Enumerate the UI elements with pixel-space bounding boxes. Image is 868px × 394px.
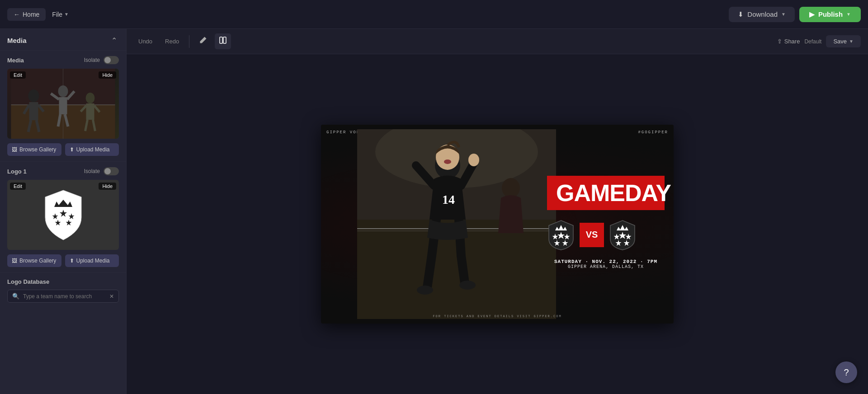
design-athlete-area: 14 bbox=[357, 129, 556, 319]
top-bar-left: ← Home File ▼ bbox=[7, 8, 725, 21]
help-icon: ? bbox=[844, 367, 849, 378]
canvas-content: GIPPER VOLLEYBALL #GOGIPPER bbox=[127, 54, 868, 394]
upload-icon-2: ⬆ bbox=[70, 258, 74, 264]
redo-button[interactable]: Redo bbox=[160, 36, 184, 47]
help-button[interactable]: ? bbox=[835, 361, 857, 383]
gameday-text: GAMEDAY bbox=[556, 181, 656, 205]
svg-point-39 bbox=[468, 154, 479, 166]
media-upload-label: Upload Media bbox=[76, 146, 110, 153]
svg-point-41 bbox=[444, 159, 451, 164]
top-bar-right: ⬇ Download ▼ ▶ Publish ▼ bbox=[729, 7, 861, 22]
chevron-down-icon-dl: ▼ bbox=[781, 12, 786, 17]
sidebar-title: Media bbox=[7, 37, 27, 44]
volleyball-image-svg bbox=[7, 69, 119, 139]
draw-tool-button[interactable] bbox=[195, 33, 211, 49]
file-label: File bbox=[52, 11, 62, 18]
logo-database-section: Logo Database 🔍 ✕ bbox=[0, 273, 126, 308]
media-browse-label: Browse Gallery bbox=[19, 146, 56, 153]
logo1-section-header: Logo 1 Isolate bbox=[7, 167, 119, 175]
logo1-section-label: Logo 1 bbox=[7, 168, 27, 175]
svg-point-4 bbox=[28, 89, 39, 102]
logo1-preview: Edit Hide bbox=[7, 180, 119, 250]
logo1-section: Logo 1 Isolate bbox=[0, 162, 126, 273]
search-clear-button[interactable]: ✕ bbox=[109, 293, 114, 300]
publish-label: Publish bbox=[818, 10, 843, 18]
svg-point-42 bbox=[417, 286, 433, 295]
logo1-hide-badge[interactable]: Hide bbox=[99, 183, 116, 190]
media-hide-badge[interactable]: Hide bbox=[99, 71, 116, 79]
svg-point-10 bbox=[58, 85, 68, 97]
svg-point-43 bbox=[459, 281, 476, 290]
canvas-toolbar: Undo Redo ⇧ Share bbox=[127, 29, 868, 54]
top-bar: ← Home File ▼ ⬇ Download ▼ ▶ Publish ▼ bbox=[0, 0, 868, 29]
logo1-browse-label: Browse Gallery bbox=[19, 258, 56, 264]
undo-label: Undo bbox=[138, 38, 152, 45]
search-icon: 🔍 bbox=[12, 293, 19, 300]
logo-shield-svg bbox=[36, 188, 90, 242]
vs-box: VS bbox=[580, 223, 604, 247]
media-browse-gallery-button[interactable]: 🖼 Browse Gallery bbox=[7, 143, 61, 156]
media-edit-badge[interactable]: Edit bbox=[10, 71, 26, 79]
logo1-upload-button[interactable]: ⬆ Upload Media bbox=[65, 254, 119, 267]
main-layout: Media ⌃ Media Isolate bbox=[0, 29, 868, 394]
home-icon: ← bbox=[14, 11, 20, 18]
media-isolate-toggle[interactable] bbox=[104, 56, 119, 64]
sidebar: Media ⌃ Media Isolate bbox=[0, 29, 127, 394]
event-location-text: GIPPER ARENA, DALLAS, TX bbox=[547, 264, 665, 269]
logo-search-box: 🔍 ✕ bbox=[7, 290, 119, 303]
media-image-placeholder bbox=[7, 69, 119, 139]
svg-rect-27 bbox=[220, 37, 222, 43]
media-btn-row: 🖼 Browse Gallery ⬆ Upload Media bbox=[7, 143, 119, 156]
media-isolate-label: Isolate bbox=[84, 57, 100, 63]
media-section-header: Media Isolate bbox=[7, 56, 119, 64]
download-icon: ⬇ bbox=[738, 10, 744, 19]
select-icon bbox=[218, 36, 227, 45]
svg-text:14: 14 bbox=[442, 192, 455, 206]
media-isolate-row: Isolate bbox=[84, 56, 119, 64]
file-button[interactable]: File ▼ bbox=[47, 8, 73, 21]
select-tool-button[interactable] bbox=[215, 33, 231, 49]
team1-shield-icon bbox=[547, 219, 575, 251]
share-icon: ⇧ bbox=[777, 38, 782, 45]
logo1-browse-gallery-button[interactable]: 🖼 Browse Gallery bbox=[7, 254, 61, 267]
share-label: Share bbox=[784, 38, 800, 45]
redo-label: Redo bbox=[165, 38, 179, 45]
default-badge: Default bbox=[804, 38, 821, 45]
home-button[interactable]: ← Home bbox=[7, 8, 46, 21]
share-button[interactable]: ⇧ Share bbox=[777, 38, 800, 45]
download-label: Download bbox=[747, 10, 778, 18]
canvas-area: Undo Redo ⇧ Share bbox=[127, 29, 868, 394]
vs-row: VS bbox=[547, 219, 665, 251]
media-section: Media Isolate bbox=[0, 51, 126, 162]
upload-icon: ⬆ bbox=[70, 146, 74, 153]
collapse-button[interactable]: ⌃ bbox=[109, 35, 119, 46]
image-icon: 🖼 bbox=[12, 146, 17, 153]
sidebar-header: Media ⌃ bbox=[0, 29, 126, 51]
publish-button[interactable]: ▶ Publish ▼ bbox=[799, 7, 861, 22]
chevron-down-icon-pub: ▼ bbox=[846, 12, 851, 17]
download-button[interactable]: ⬇ Download ▼ bbox=[729, 7, 795, 22]
design-right-panel: GAMEDAY VS bbox=[529, 125, 674, 324]
athlete-svg: 14 bbox=[357, 129, 556, 319]
chevron-down-icon: ▼ bbox=[64, 12, 69, 17]
logo-search-input[interactable] bbox=[23, 293, 106, 300]
media-upload-button[interactable]: ⬆ Upload Media bbox=[65, 143, 119, 156]
toolbar-separator-1 bbox=[189, 35, 189, 48]
chevron-down-icon-save: ▼ bbox=[849, 39, 854, 44]
svg-rect-28 bbox=[223, 37, 226, 43]
logo1-isolate-toggle[interactable] bbox=[104, 167, 119, 175]
event-date-text: SATURDAY · NOV. 22, 2022 · 7PM bbox=[547, 259, 665, 264]
svg-point-44 bbox=[502, 178, 520, 198]
home-label: Home bbox=[23, 11, 39, 18]
logo1-edit-badge[interactable]: Edit bbox=[10, 183, 26, 190]
logo1-isolate-label: Isolate bbox=[84, 168, 100, 174]
media-section-label: Media bbox=[7, 57, 24, 64]
save-label: Save bbox=[833, 38, 847, 45]
logo1-upload-label: Upload Media bbox=[76, 258, 110, 264]
logo-db-label: Logo Database bbox=[7, 278, 119, 285]
image-icon-2: 🖼 bbox=[12, 258, 17, 264]
logo1-isolate-row: Isolate bbox=[84, 167, 119, 175]
save-button[interactable]: Save ▼ bbox=[826, 35, 861, 47]
undo-button[interactable]: Undo bbox=[134, 36, 157, 47]
svg-rect-5 bbox=[29, 102, 38, 120]
